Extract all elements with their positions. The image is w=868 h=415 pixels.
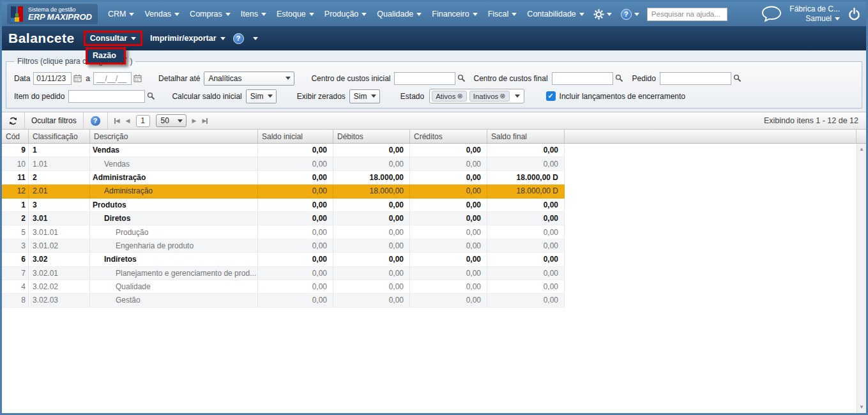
grid-toolbar: Ocultar filtros ? ◀ ◀ 1 50 ▶ ▶ Exibindo … xyxy=(2,112,866,130)
cell-debitos: 18.000,00 xyxy=(333,171,410,185)
table-row[interactable]: 23.01Diretos0,000,000,000,00 xyxy=(2,212,565,225)
chevron-down-icon xyxy=(634,13,639,16)
chevron-down-icon xyxy=(225,13,231,16)
menu-produção[interactable]: Produção xyxy=(324,10,367,19)
first-page-button[interactable]: ◀ xyxy=(114,117,120,124)
menu-crm[interactable]: CRM xyxy=(108,10,134,19)
column-header-5[interactable]: Débitos xyxy=(333,130,410,143)
menu-vendas[interactable]: Vendas xyxy=(144,10,179,19)
page-help-icon[interactable]: ? xyxy=(233,33,244,44)
calendar-icon[interactable] xyxy=(73,74,82,82)
cell-creditos: 0,00 xyxy=(410,239,487,253)
next-page-button[interactable]: ▶ xyxy=(192,117,197,124)
date-to-input[interactable] xyxy=(93,72,132,85)
menu-itens[interactable]: Itens xyxy=(241,10,266,19)
grid-help-button[interactable]: ? xyxy=(84,112,108,129)
column-header-7[interactable]: Saldo final xyxy=(487,130,565,143)
chevron-down-icon xyxy=(515,94,520,98)
remove-chip-icon[interactable]: ⊗ xyxy=(457,92,463,100)
pedido-input[interactable] xyxy=(660,72,731,85)
exibir-select[interactable]: Sim xyxy=(349,89,380,103)
last-page-button[interactable]: ▶ xyxy=(202,117,208,124)
search-icon[interactable] xyxy=(147,92,155,100)
chevron-down-icon xyxy=(579,13,584,16)
help-search-input[interactable] xyxy=(647,8,727,21)
cell-debitos: 0,00 xyxy=(333,225,410,239)
calcular-select[interactable]: Sim xyxy=(246,89,277,103)
ocultar-filtros-button[interactable]: Ocultar filtros xyxy=(25,112,84,129)
estado-chip-ativos[interactable]: Ativos⊗ xyxy=(432,91,467,102)
cell-creditos: 0,00 xyxy=(410,171,487,185)
table-row[interactable]: 112Administração0,0018.000,000,0018.000,… xyxy=(2,171,565,185)
vertical-scrollbar[interactable]: ▲ ▼ xyxy=(857,144,866,413)
cell-saldo_inicial: 0,00 xyxy=(258,280,333,294)
consultar-button[interactable]: Consultar xyxy=(84,31,142,46)
current-page-input[interactable]: 1 xyxy=(136,115,150,127)
column-header-2[interactable]: Classificação xyxy=(29,130,90,143)
cell-creditos: 0,00 xyxy=(410,199,487,212)
chat-icon[interactable] xyxy=(761,6,782,22)
calendar-icon[interactable] xyxy=(133,74,142,82)
table-row[interactable]: 43.02.02Qualidade0,000,000,000,00 xyxy=(2,280,565,294)
refresh-button[interactable] xyxy=(2,112,25,129)
search-icon[interactable] xyxy=(457,74,466,82)
table-row[interactable]: 33.01.02Engenharia de produto0,000,000,0… xyxy=(2,239,565,253)
menu-fiscal[interactable]: Fiscal xyxy=(488,10,517,19)
account-info[interactable]: Fábrica de C... Samuel xyxy=(789,4,840,24)
column-header-4[interactable]: Saldo inicial xyxy=(258,130,333,143)
search-icon[interactable] xyxy=(733,74,742,82)
cc-final-input[interactable] xyxy=(552,72,613,85)
table-row[interactable]: 53.01.01Produção0,000,000,000,00 xyxy=(2,225,565,239)
scroll-down-icon[interactable]: ▼ xyxy=(859,405,864,410)
app-logo[interactable]: Sistema de gestão ERP MAXIPROD xyxy=(7,4,98,24)
consultar-dropdown-item-razao[interactable]: Razão xyxy=(86,47,126,64)
more-actions-chevron-icon[interactable] xyxy=(253,37,258,40)
item-pedido-input[interactable] xyxy=(68,90,145,103)
date-from-input[interactable] xyxy=(33,72,72,85)
scroll-up-icon[interactable]: ▲ xyxy=(859,147,864,152)
column-header-filler xyxy=(565,130,857,143)
cc-inicial-input[interactable] xyxy=(394,72,455,85)
cell-saldo_inicial: 0,00 xyxy=(258,225,333,239)
table-row[interactable]: 63.02Indiretos0,000,000,000,00 xyxy=(2,253,565,266)
chevron-down-icon xyxy=(261,13,266,16)
table-row[interactable]: 91Vendas0,000,000,000,00 xyxy=(2,144,565,157)
imprimir-exportar-button[interactable]: Imprimir/exportar xyxy=(150,34,225,43)
estado-multiselect[interactable]: Ativos⊗Inativos⊗ xyxy=(429,89,524,103)
cell-cod: 5 xyxy=(2,225,29,239)
prev-page-button[interactable]: ◀ xyxy=(126,117,130,124)
cell-creditos: 0,00 xyxy=(410,294,487,307)
estado-chip-inativos[interactable]: Inativos⊗ xyxy=(469,91,510,102)
column-header-3[interactable]: Descrição xyxy=(90,130,258,143)
menu-contabilidade[interactable]: Contabilidade xyxy=(527,10,584,19)
logout-power-icon[interactable] xyxy=(848,8,861,21)
menu-qualidade[interactable]: Qualidade xyxy=(377,10,422,19)
scrollbar-corner xyxy=(857,130,866,143)
search-icon[interactable] xyxy=(615,74,623,82)
page-size-select[interactable]: 50 xyxy=(156,114,187,127)
incluir-encerramento-checkbox[interactable]: ✓ xyxy=(546,91,556,101)
grid-header-row: CódClassificaçãoDescriçãoSaldo inicialDé… xyxy=(2,130,866,144)
table-row[interactable]: 73.02.01Planejamento e gerenciamento de … xyxy=(2,267,565,280)
cell-debitos: 0,00 xyxy=(333,280,410,294)
column-header-6[interactable]: Créditos xyxy=(410,130,487,143)
column-header-1[interactable]: Cód xyxy=(2,130,29,143)
cell-creditos: 0,00 xyxy=(410,267,487,280)
cell-descricao: Produtos xyxy=(90,199,258,212)
grid-body: 91Vendas0,000,000,000,00101.01Vendas0,00… xyxy=(2,144,866,308)
pagination: ◀ ◀ 1 50 ▶ ▶ xyxy=(108,112,215,129)
table-row[interactable]: 101.01Vendas0,000,000,000,00 xyxy=(2,157,565,170)
help-menu[interactable]: ? xyxy=(621,9,639,20)
chevron-down-icon xyxy=(268,94,273,98)
table-row[interactable]: 13Produtos0,000,000,000,00 xyxy=(2,199,565,212)
menu-estoque[interactable]: Estoque xyxy=(277,10,314,19)
menu-financeiro[interactable]: Financeiro xyxy=(432,10,477,19)
detalhar-select[interactable]: Analíticas xyxy=(204,72,294,86)
table-row[interactable]: 83.02.03Gestão0,000,000,000,00 xyxy=(2,294,565,307)
menu-compras[interactable]: Compras xyxy=(190,10,231,19)
cell-saldo_inicial: 0,00 xyxy=(258,267,333,280)
cell-descricao: Engenharia de produto xyxy=(90,239,258,253)
remove-chip-icon[interactable]: ⊗ xyxy=(499,92,505,100)
table-row[interactable]: 122.01Administração0,0018.000,000,0018.0… xyxy=(2,185,565,198)
settings-menu[interactable] xyxy=(593,9,612,20)
